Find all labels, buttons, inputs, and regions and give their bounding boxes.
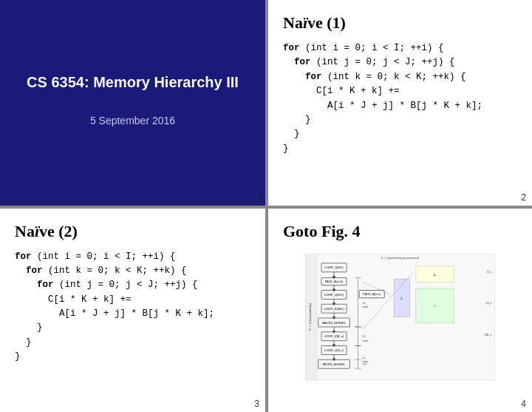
svg-text:MICRO_KERNEL: MICRO_KERNEL: [323, 363, 345, 366]
svg-text:LOOP_K(N/C): LOOP_K(N/C): [324, 307, 344, 311]
slide-1: CS 6354: Memory Hierarchy III 5 Septembe…: [0, 0, 265, 206]
slide-2-title: Naïve (1): [283, 13, 517, 33]
svg-text:LOOP_I(N/C): LOOP_I(N/C): [324, 266, 344, 269]
slide-3-code: for (int i = 0; i < I; ++i) { for (int k…: [15, 250, 250, 365]
svg-text:K/K_c: K/K_c: [485, 334, 491, 337]
slide-1-number: 1: [254, 192, 259, 203]
svg-text:L1: L1: [362, 357, 365, 359]
slide-4-number: 4: [521, 399, 526, 409]
slide-2: Naïve (1) for (int i = 0; i < I; ++i) { …: [267, 0, 532, 206]
figure-container: K × J (associativity) I/I_c J/J_c K/K_c …: [283, 247, 517, 388]
svg-text:L3: L3: [362, 302, 365, 305]
slide-1-date: 5 September 2016: [90, 115, 175, 126]
svg-text:K × J (associativity per proce: K × J (associativity per processor): [381, 257, 419, 260]
slide-3-title: Naïve (2): [15, 222, 250, 241]
svg-text:J/J_c: J/J_c: [485, 302, 491, 305]
slide-2-code: for (int i = 0; i < I; ++i) { for (int j…: [283, 41, 517, 156]
slide-3: Naïve (2) for (int i = 0; i < I; ++i) { …: [0, 207, 265, 413]
svg-text:PACK_B(k×n): PACK_B(k×n): [363, 293, 381, 296]
svg-text:LOOP_I(M_c): LOOP_I(M_c): [324, 334, 344, 338]
svg-text:PACK_A(m×k): PACK_A(m×k): [325, 280, 344, 283]
svg-text:K × J (associativity): K × J (associativity): [308, 303, 312, 330]
svg-text:I/I_c: I/I_c: [487, 271, 492, 274]
svg-text:regs: regs: [362, 362, 366, 365]
svg-text:MACRO_KERNEL: MACRO_KERNEL: [322, 322, 346, 325]
svg-text:LOOP_J(N/C): LOOP_J(N/C): [324, 293, 344, 297]
svg-text:B̃: B̃: [434, 273, 435, 277]
svg-text:cache: cache: [362, 305, 368, 308]
slide-1-title: CS 6354: Memory Hierarchy III: [27, 74, 239, 91]
slide-2-number: 2: [521, 192, 526, 203]
slide-4: Goto Fig. 4 K × J (associativity) I/I_c …: [267, 207, 532, 413]
slide-4-title: Goto Fig. 4: [283, 222, 517, 241]
slide-3-number: 3: [254, 399, 259, 409]
svg-text:LOOP_J(N_r): LOOP_J(N_r): [324, 348, 344, 352]
goto-fig-4-svg: K × J (associativity) I/I_c J/J_c K/K_c …: [289, 254, 511, 380]
svg-text:cache: cache: [362, 339, 368, 342]
svg-text:L2: L2: [362, 335, 365, 338]
